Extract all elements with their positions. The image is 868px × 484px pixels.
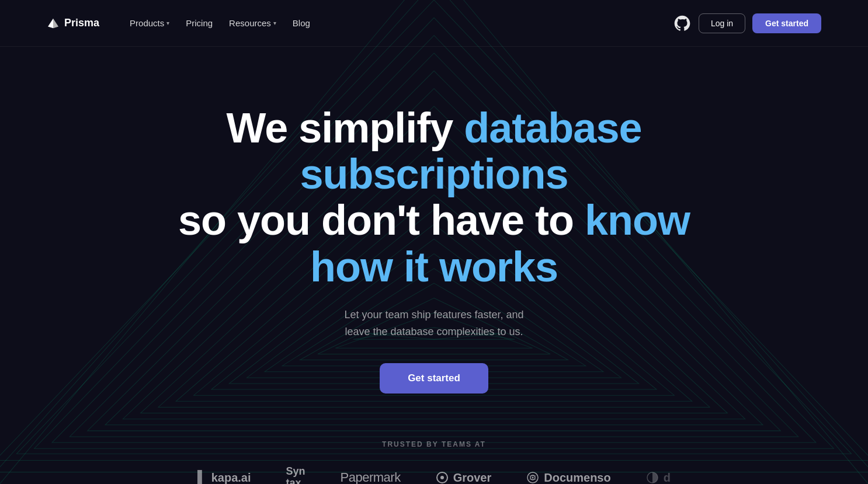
trusted-label: TRUSTED BY TEAMS AT — [0, 440, 868, 448]
trusted-logos: ▌ kapa.ai Syntax. Papermark Grover — [0, 466, 868, 484]
grover-icon — [436, 471, 449, 484]
hero-section: We simplify database subscriptions so yo… — [0, 47, 868, 429]
nav-blog[interactable]: Blog — [286, 15, 317, 32]
logo-grover: Grover — [436, 471, 492, 484]
logo-link[interactable]: Prisma — [47, 17, 99, 30]
products-chevron-icon: ▾ — [166, 20, 169, 26]
svg-point-28 — [532, 477, 534, 479]
github-icon[interactable] — [673, 14, 692, 33]
documenso-icon — [526, 471, 539, 484]
get-started-nav-button[interactable]: Get started — [752, 13, 821, 33]
nav-left: Prisma Products ▾ Pricing Resources ▾ Bl… — [47, 15, 317, 32]
subtitle-line1: Let your team ship features faster, and — [344, 309, 523, 321]
partial-icon — [646, 471, 659, 484]
headline-white-1: We simplify — [227, 105, 464, 151]
kapa-icon: ▌ — [197, 470, 207, 484]
kapa-name: kapa.ai — [211, 471, 251, 484]
partial-name: d — [664, 471, 671, 484]
hero-subtitle: Let your team ship features faster, and … — [0, 307, 868, 340]
nav-resources[interactable]: Resources ▾ — [222, 15, 283, 32]
syntax-name: Syntax. — [286, 466, 305, 484]
prisma-logo-icon — [47, 17, 60, 30]
login-button[interactable]: Log in — [699, 13, 745, 33]
nav-pricing[interactable]: Pricing — [179, 15, 220, 32]
headline-white-2: so you don't have to — [178, 197, 585, 243]
logo-syntax: Syntax. — [286, 466, 305, 484]
nav-products[interactable]: Products ▾ — [123, 15, 176, 32]
svg-point-25 — [440, 476, 444, 479]
logo-kapa: ▌ kapa.ai — [197, 470, 251, 484]
nav-right: Log in Get started — [673, 13, 821, 33]
logo-documenso: Documenso — [526, 471, 610, 484]
resources-chevron-icon: ▾ — [273, 20, 276, 26]
hero-headline: We simplify database subscriptions so yo… — [171, 105, 697, 290]
logo-partial: d — [646, 471, 671, 484]
logo-text: Prisma — [64, 17, 99, 29]
navbar: Prisma Products ▾ Pricing Resources ▾ Bl… — [0, 0, 868, 47]
grover-name: Grover — [453, 471, 492, 484]
get-started-hero-button[interactable]: Get started — [380, 363, 488, 394]
nav-links: Products ▾ Pricing Resources ▾ Blog — [123, 15, 317, 32]
papermark-name: Papermark — [341, 470, 401, 484]
trusted-section: TRUSTED BY TEAMS AT ▌ kapa.ai Syntax. Pa… — [0, 429, 868, 484]
logo-papermark: Papermark — [341, 470, 401, 484]
documenso-name: Documenso — [544, 471, 610, 484]
subtitle-line2: leave the database complexities to us. — [345, 326, 523, 337]
